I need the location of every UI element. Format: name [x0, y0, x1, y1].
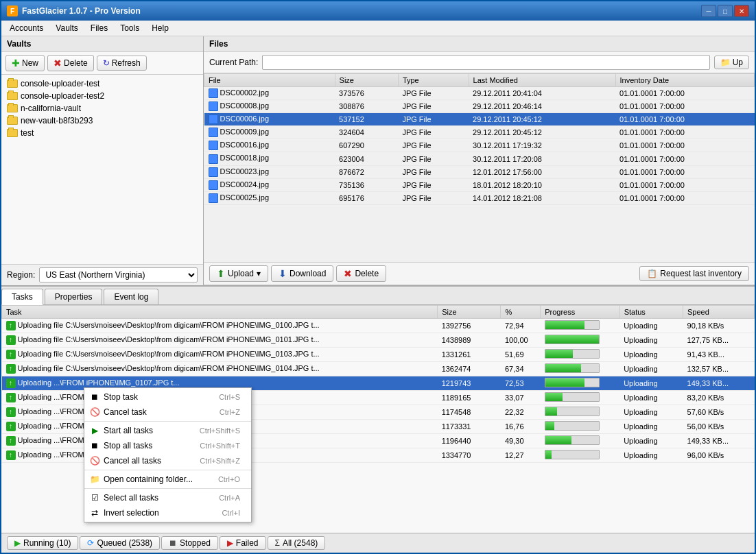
- new-vault-button[interactable]: ✚ New: [5, 55, 45, 71]
- menu-help[interactable]: Help: [146, 22, 174, 34]
- task-col-speed[interactable]: Speed: [683, 306, 755, 319]
- ctx-stop-task[interactable]: ⏹ Stop task Ctrl+S: [84, 389, 251, 405]
- close-button[interactable]: ✕: [734, 5, 749, 17]
- task-percent: 67,34: [501, 362, 541, 376]
- task-col-task[interactable]: Task: [2, 306, 438, 319]
- vault-item-4[interactable]: test: [4, 127, 200, 139]
- ctx-cancel-task[interactable]: 🚫 Cancel task Ctrl+Z: [84, 405, 251, 420]
- file-name: DSC00024.jpg: [204, 178, 335, 191]
- upload-button[interactable]: ⬆ Upload ▾: [209, 265, 268, 282]
- ctx-stop-all-label: Stop all tasks: [104, 441, 152, 450]
- task-col-size[interactable]: Size: [438, 306, 501, 319]
- file-row[interactable]: DSC00023.jpg 876672 JPG File 12.01.2012 …: [204, 165, 755, 178]
- inventory-button[interactable]: 📋 Request last inventory: [639, 266, 749, 281]
- file-icon: [209, 101, 218, 111]
- delete-vault-button[interactable]: ✖ Delete: [47, 55, 94, 71]
- file-row[interactable]: DSC00002.jpg 373576 JPG File 29.12.2011 …: [204, 87, 755, 100]
- ctx-start-all[interactable]: ▶ Start all tasks Ctrl+Shift+S: [84, 423, 251, 438]
- menu-files[interactable]: Files: [85, 22, 113, 34]
- failed-icon: ▶: [227, 538, 233, 548]
- download-button[interactable]: ⬇ Download: [271, 265, 333, 282]
- col-modified[interactable]: Last Modified: [469, 74, 615, 87]
- file-row[interactable]: DSC00006.jpg 537152 JPG File 29.12.2011 …: [204, 113, 755, 126]
- tasks-area: Task Size % Progress Status Speed ↑Uploa…: [1, 305, 755, 553]
- file-inventory: 01.01.0001 7:00:00: [615, 165, 754, 178]
- file-name: DSC00016.jpg: [204, 139, 335, 152]
- status-all[interactable]: Σ All (2548): [268, 536, 326, 550]
- refresh-vault-button[interactable]: ↻ Refresh: [97, 56, 147, 71]
- task-size: 1362474: [438, 362, 501, 376]
- task-progress: [541, 434, 619, 448]
- file-row[interactable]: DSC00008.jpg 308876 JPG File 29.12.2011 …: [204, 100, 755, 113]
- task-upload-icon: ↑: [6, 393, 16, 402]
- task-progress: [541, 376, 619, 391]
- ctx-start-all-label: Start all tasks: [104, 426, 153, 435]
- ctx-invert-selection[interactable]: ⇄ Invert selection Ctrl+I: [84, 505, 251, 520]
- col-file[interactable]: File: [204, 74, 335, 87]
- task-col-progress[interactable]: Progress: [541, 306, 619, 319]
- status-stopped[interactable]: ⏹ Stopped: [161, 536, 218, 550]
- status-queued[interactable]: ⟳ Queued (2538): [80, 536, 160, 550]
- file-row[interactable]: DSC00009.jpg 324604 JPG File 29.12.2011 …: [204, 126, 755, 139]
- vault-item-3[interactable]: new-vault-b8f3b293: [4, 115, 200, 127]
- tab-properties[interactable]: Properties: [45, 289, 103, 304]
- vault-item-2[interactable]: n-california-vault: [4, 102, 200, 115]
- delete-files-button[interactable]: ✖ Delete: [336, 265, 386, 282]
- menu-accounts[interactable]: Accounts: [4, 22, 49, 34]
- task-row[interactable]: ↑Uploading file C:\Users\moiseev\Desktop…: [2, 319, 755, 333]
- region-select[interactable]: US East (Northern Virginia): [39, 267, 198, 282]
- task-row[interactable]: ↑Uploading file C:\Users\moiseev\Desktop…: [2, 348, 755, 362]
- vaults-panel: Vaults ✚ New ✖ Delete ↻ Refresh con: [1, 36, 204, 285]
- menu-vaults[interactable]: Vaults: [50, 22, 83, 34]
- ctx-stop-all[interactable]: ⏹ Stop all tasks Ctrl+Shift+T: [84, 438, 251, 453]
- main-window: F FastGlacier 1.0.7 - Pro Version ─ □ ✕ …: [0, 0, 756, 554]
- file-inventory: 01.01.0001 7:00:00: [615, 178, 754, 191]
- stopped-icon: ⏹: [169, 538, 177, 548]
- up-button[interactable]: 📁 Up: [714, 56, 749, 69]
- task-row[interactable]: ↑Uploading file C:\Users\moiseev\Desktop…: [2, 333, 755, 348]
- file-row[interactable]: DSC00025.jpg 695176 JPG File 14.01.2012 …: [204, 191, 755, 204]
- menu-tools[interactable]: Tools: [115, 22, 145, 34]
- ctx-select-all[interactable]: ☑ Select all tasks Ctrl+A: [84, 490, 251, 505]
- file-modified: 30.12.2011 17:20:08: [469, 152, 615, 165]
- path-input[interactable]: [262, 55, 709, 70]
- vault-label-1: console-uploader-test2: [21, 91, 104, 101]
- status-stopped-label: Stopped: [180, 538, 211, 548]
- task-col-status[interactable]: Status: [619, 306, 683, 319]
- vault-label-2: n-california-vault: [21, 104, 81, 113]
- path-label: Current Path:: [209, 58, 258, 67]
- task-row[interactable]: ↑Uploading file C:\Users\moiseev\Desktop…: [2, 362, 755, 376]
- maximize-button[interactable]: □: [718, 5, 733, 17]
- tab-tasks[interactable]: Tasks: [1, 289, 43, 305]
- vault-item-1[interactable]: console-uploader-test2: [4, 90, 200, 102]
- file-size: 373576: [335, 87, 398, 100]
- main-content: Vaults ✚ New ✖ Delete ↻ Refresh con: [1, 36, 755, 285]
- status-failed[interactable]: ▶ Failed: [220, 536, 266, 550]
- file-icon: [209, 180, 218, 190]
- file-size: 607290: [335, 139, 398, 152]
- col-inventory[interactable]: Inventory Date: [615, 74, 754, 87]
- status-running[interactable]: ▶ Running (10): [7, 536, 78, 550]
- col-type[interactable]: Type: [398, 74, 469, 87]
- vault-item-0[interactable]: console-uploader-test: [4, 77, 200, 90]
- task-col-percent[interactable]: %: [501, 306, 541, 319]
- tab-eventlog[interactable]: Event log: [104, 289, 158, 304]
- file-row[interactable]: DSC00016.jpg 607290 JPG File 30.12.2011 …: [204, 139, 755, 152]
- file-row[interactable]: DSC00018.jpg 623004 JPG File 30.12.2011 …: [204, 152, 755, 165]
- col-size[interactable]: Size: [335, 74, 398, 87]
- task-status: Uploading: [619, 434, 683, 448]
- ctx-cancel-all[interactable]: 🚫 Cancel all tasks Ctrl+Shift+Z: [84, 453, 251, 468]
- task-status: Uploading: [619, 405, 683, 420]
- tasks-table-container: Task Size % Progress Status Speed ↑Uploa…: [1, 305, 755, 533]
- file-row[interactable]: DSC00024.jpg 735136 JPG File 18.01.2012 …: [204, 178, 755, 191]
- ctx-select-all-shortcut: Ctrl+A: [219, 494, 240, 502]
- ctx-invert-selection-shortcut: Ctrl+I: [222, 509, 240, 517]
- file-inventory: 01.01.0001 7:00:00: [615, 191, 754, 204]
- task-upload-icon: ↑: [6, 378, 16, 388]
- status-queued-label: Queued (2538): [97, 538, 152, 548]
- inventory-icon: 📋: [647, 269, 657, 278]
- ctx-open-folder[interactable]: 📁 Open containing folder... Ctrl+O: [84, 472, 251, 487]
- status-all-label: All (2548): [283, 538, 318, 548]
- minimize-button[interactable]: ─: [701, 5, 716, 17]
- files-panel-title: Files: [204, 36, 755, 52]
